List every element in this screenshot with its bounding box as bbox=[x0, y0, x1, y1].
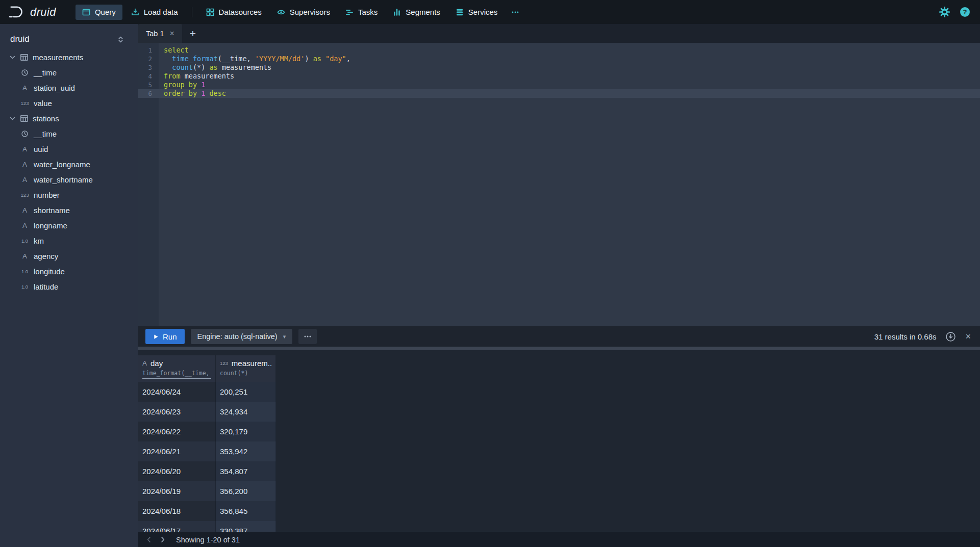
nav-supervisors[interactable]: Supervisors bbox=[270, 5, 337, 20]
tree-column-agency[interactable]: Aagency bbox=[0, 248, 138, 264]
tree-column-shortname[interactable]: Ashortname bbox=[0, 202, 138, 218]
tree-column-water_shortname[interactable]: Awater_shortname bbox=[0, 172, 138, 187]
line-number: 5 bbox=[138, 81, 159, 89]
settings-button[interactable] bbox=[939, 7, 950, 17]
code-text: time_format(__time, 'YYYY/MM/dd') as "da… bbox=[159, 55, 350, 63]
runbar-right: 31 results in 0.68s × bbox=[874, 331, 971, 342]
close-results-icon[interactable]: × bbox=[965, 332, 971, 341]
code-token: measurements bbox=[218, 63, 272, 71]
code-token bbox=[197, 81, 201, 89]
cell-measurements[interactable]: 354,807 bbox=[216, 461, 276, 481]
line-number: 1 bbox=[138, 46, 159, 55]
tree-column-water_longname[interactable]: Awater_longname bbox=[0, 157, 138, 172]
sql-editor[interactable]: 1select2 time_format(__time, 'YYYY/MM/dd… bbox=[138, 43, 980, 326]
string-type-icon: A bbox=[22, 252, 27, 260]
cell-measurements[interactable]: 320,179 bbox=[216, 422, 276, 441]
cell-day[interactable]: 2024/06/21 bbox=[138, 441, 216, 461]
cell-day[interactable]: 2024/06/20 bbox=[138, 461, 216, 481]
app-logo[interactable]: druid bbox=[8, 5, 56, 19]
tree-column-km[interactable]: 1.0km bbox=[0, 233, 138, 248]
nav-label: Datasources bbox=[219, 8, 262, 16]
help-button[interactable]: ? bbox=[960, 7, 970, 17]
table-row: 2024/06/22320,179 bbox=[138, 422, 980, 441]
cell-measurements[interactable]: 356,200 bbox=[216, 481, 276, 501]
new-tab-button[interactable]: + bbox=[182, 24, 204, 43]
cell-measurements[interactable]: 356,845 bbox=[216, 501, 276, 521]
code-token: as bbox=[209, 63, 217, 71]
column-header-day[interactable]: Adaytime_format(__time, … bbox=[138, 355, 216, 382]
download-results-button[interactable] bbox=[945, 331, 956, 342]
nav-load-data[interactable]: Load data bbox=[124, 5, 185, 20]
nav-tasks[interactable]: Tasks bbox=[339, 5, 384, 20]
column-type-icon-wrap bbox=[20, 69, 29, 76]
cell-day[interactable]: 2024/06/18 bbox=[138, 501, 216, 521]
column-type-icon-wrap bbox=[20, 130, 29, 138]
code-token: select bbox=[164, 46, 189, 54]
code-line-2: 2 time_format(__time, 'YYYY/MM/dd') as "… bbox=[138, 55, 980, 63]
column-name: latitude bbox=[34, 282, 58, 291]
code-line-1: 1select bbox=[138, 46, 980, 55]
cell-day[interactable]: 2024/06/23 bbox=[138, 402, 216, 422]
table-icon bbox=[20, 114, 29, 123]
tree-column-latitude[interactable]: 1.0latitude bbox=[0, 279, 138, 294]
code-text: select bbox=[159, 46, 189, 55]
results-summary: 31 results in 0.68s bbox=[874, 332, 937, 341]
nav-datasources[interactable]: Datasources bbox=[199, 5, 268, 20]
string-type-icon: A bbox=[142, 359, 147, 367]
cell-measurements[interactable]: 330,387 bbox=[216, 521, 276, 532]
column-header-measurements[interactable]: 123measurem...count(*) bbox=[216, 355, 276, 382]
column-name: agency bbox=[34, 252, 58, 261]
tree-column-value[interactable]: 123value bbox=[0, 95, 138, 111]
tree-table-measurements[interactable]: measurements bbox=[0, 49, 138, 65]
query-more-button[interactable] bbox=[298, 329, 317, 344]
tree-column-longitude[interactable]: 1.0longitude bbox=[0, 264, 138, 279]
table-icon bbox=[20, 53, 29, 62]
nav-more[interactable] bbox=[506, 5, 524, 20]
number-type-icon: 123 bbox=[220, 360, 228, 366]
column-name: station_uuid bbox=[34, 84, 75, 92]
tab-tab1[interactable]: Tab 1 × bbox=[138, 24, 182, 43]
table-row: 2024/06/21353,942 bbox=[138, 441, 980, 461]
prev-page-button[interactable] bbox=[142, 536, 156, 543]
nav-segments[interactable]: Segments bbox=[386, 5, 447, 20]
nav-services[interactable]: Services bbox=[449, 5, 505, 20]
run-button[interactable]: Run bbox=[145, 329, 185, 344]
cell-measurements[interactable]: 324,934 bbox=[216, 402, 276, 422]
schema-tree: measurements__timeAstation_uuid123values… bbox=[0, 49, 138, 294]
results-resize-handle[interactable] bbox=[138, 347, 980, 350]
tree-column-number[interactable]: 123number bbox=[0, 187, 138, 202]
table-row: 2024/06/19356,200 bbox=[138, 481, 980, 501]
code-token bbox=[164, 63, 172, 71]
column-type-icon-wrap: A bbox=[20, 84, 29, 92]
nav-query[interactable]: Query bbox=[76, 5, 122, 20]
next-page-button[interactable] bbox=[156, 536, 169, 543]
datasources-icon bbox=[206, 8, 214, 16]
tab-close-icon[interactable]: × bbox=[169, 30, 174, 38]
more-icon bbox=[511, 8, 519, 16]
code-token: order by bbox=[164, 89, 197, 97]
cell-day[interactable]: 2024/06/19 bbox=[138, 481, 216, 501]
tree-column-uuid[interactable]: Auuid bbox=[0, 141, 138, 157]
tree-column-longname[interactable]: Alongname bbox=[0, 218, 138, 233]
tree-column-__time[interactable]: __time bbox=[0, 126, 138, 141]
cell-measurements[interactable]: 200,251 bbox=[216, 382, 276, 402]
column-type-icon-wrap: 123 bbox=[20, 100, 29, 106]
code-line-5: 5group by 1 bbox=[138, 81, 980, 89]
cell-day[interactable]: 2024/06/24 bbox=[138, 382, 216, 402]
load-data-icon bbox=[131, 8, 139, 16]
table-row: 2024/06/17330,387 bbox=[138, 521, 980, 532]
gear-icon bbox=[939, 7, 950, 17]
code-text: order by 1 desc bbox=[159, 89, 226, 98]
tree-column-__time[interactable]: __time bbox=[0, 65, 138, 80]
number-type-icon: 123 bbox=[21, 100, 29, 106]
cell-day[interactable]: 2024/06/22 bbox=[138, 422, 216, 441]
logo-text: druid bbox=[30, 6, 56, 19]
cell-day[interactable]: 2024/06/17 bbox=[138, 521, 216, 532]
cell-measurements[interactable]: 353,942 bbox=[216, 441, 276, 461]
tree-column-station_uuid[interactable]: Astation_uuid bbox=[0, 80, 138, 95]
expand-collapse-icon[interactable] bbox=[117, 36, 124, 43]
tree-table-stations[interactable]: stations bbox=[0, 111, 138, 126]
line-number: 2 bbox=[138, 55, 159, 63]
engine-select[interactable]: Engine: auto (sql-native) ▾ bbox=[191, 329, 293, 344]
column-name: __time bbox=[34, 68, 57, 77]
